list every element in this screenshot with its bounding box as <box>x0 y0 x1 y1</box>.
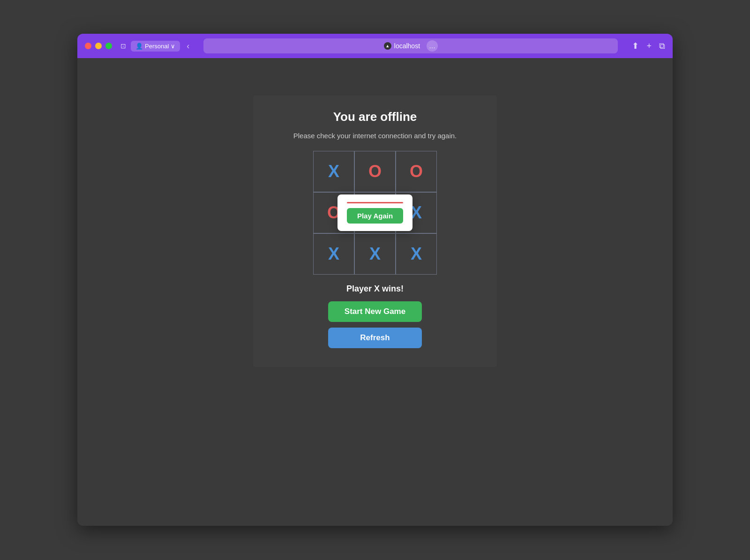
ttt-cell-1[interactable]: O <box>354 151 396 192</box>
offline-panel: You are offline Please check your intern… <box>253 96 497 367</box>
play-again-button[interactable]: Play Again <box>347 208 403 224</box>
address-more-button[interactable]: … <box>427 40 438 52</box>
play-again-popup: Play Again <box>338 194 412 231</box>
profile-icon: 👤 <box>135 43 143 50</box>
refresh-button[interactable]: Refresh <box>328 328 422 348</box>
ttt-cell-6[interactable]: X <box>313 233 354 275</box>
offline-title: You are offline <box>333 110 417 124</box>
ttt-cell-7[interactable]: X <box>354 233 396 275</box>
start-new-game-button[interactable]: Start New Game <box>328 301 422 322</box>
address-text: localhost <box>394 42 420 50</box>
ttt-cell-0[interactable]: X <box>313 151 354 192</box>
cell-symbol-1: O <box>368 162 382 181</box>
cell-symbol-2: O <box>410 162 423 181</box>
tabs-icon[interactable]: ⧉ <box>659 41 665 51</box>
browser-window: ⊡ 👤 Personal ∨ ‹ ▲ localhost … ⬆ + ⧉ You… <box>77 34 673 526</box>
profile-button[interactable]: 👤 Personal ∨ <box>131 41 180 52</box>
cell-symbol-7: X <box>369 244 381 264</box>
cell-symbol-0: X <box>328 162 339 181</box>
traffic-lights <box>85 43 112 49</box>
popup-divider <box>347 202 403 203</box>
share-icon[interactable]: ⬆ <box>632 41 639 51</box>
offline-subtitle: Please check your internet connection an… <box>293 132 457 140</box>
profile-chevron-icon: ∨ <box>171 43 175 50</box>
fullscreen-button[interactable] <box>105 43 112 49</box>
back-button[interactable]: ‹ <box>187 41 189 51</box>
minimize-button[interactable] <box>95 43 102 49</box>
new-tab-icon[interactable]: + <box>646 41 652 51</box>
toolbar-actions: ⬆ + ⧉ <box>632 41 665 51</box>
site-icon: ▲ <box>384 42 391 50</box>
close-button[interactable] <box>85 43 91 49</box>
ttt-cell-2[interactable]: O <box>396 151 437 192</box>
win-message: Player X wins! <box>346 284 404 294</box>
ttt-board: X O O O X X <box>313 151 437 275</box>
ttt-cell-8[interactable]: X <box>396 233 437 275</box>
sidebar-toggle-icon[interactable]: ⊡ <box>120 42 126 50</box>
browser-content: You are offline Please check your intern… <box>77 58 673 526</box>
profile-label: Personal <box>145 43 169 50</box>
cell-symbol-8: X <box>411 244 422 264</box>
address-bar[interactable]: ▲ localhost … <box>203 38 618 53</box>
browser-toolbar: ⊡ 👤 Personal ∨ ‹ ▲ localhost … ⬆ + ⧉ <box>77 34 673 58</box>
cell-symbol-6: X <box>328 244 339 264</box>
